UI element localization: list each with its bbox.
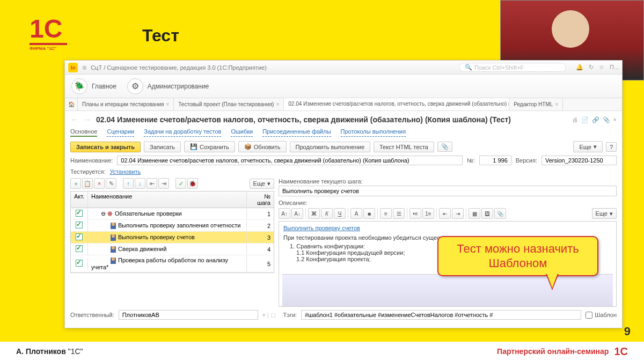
table-row[interactable]: Проверка работы обработок по анализу уче… [71, 255, 274, 272]
delete-icon[interactable]: × [94, 178, 105, 189]
copy-icon[interactable]: 📋 [82, 178, 93, 189]
author-company: "1С" [68, 347, 83, 356]
continue-button[interactable]: Продолжить выполнение [290, 142, 370, 152]
col-active: Акт. [71, 191, 88, 208]
more-button[interactable]: Еще ▾ [592, 208, 617, 219]
list-bullet-icon[interactable]: •≡ [409, 208, 421, 219]
close-icon[interactable]: × [276, 101, 279, 107]
move-down-icon[interactable]: ↓ [135, 178, 145, 189]
underline-icon[interactable]: Ч [334, 208, 346, 219]
tab-project[interactable]: Тестовый проект (План тестирования)× [174, 98, 284, 110]
nav-admin[interactable]: ⚙ Администрирование [127, 78, 209, 94]
close-icon[interactable]: × [613, 116, 617, 123]
image-icon[interactable]: 🖼 [481, 208, 493, 219]
refresh-button[interactable]: 📦Обновить [238, 141, 287, 152]
version-input[interactable] [541, 156, 617, 165]
nav-fwd-icon[interactable]: → [83, 115, 91, 124]
bell-icon[interactable]: 🔔 [576, 64, 583, 71]
edit-icon[interactable]: ✎ [106, 178, 116, 189]
page-number: 9 [624, 325, 631, 338]
rte-link[interactable]: Выполнить проверку счетов [283, 225, 360, 231]
clip-icon[interactable]: 📎 [603, 116, 610, 123]
tags-input[interactable] [301, 310, 581, 320]
checkbox-icon[interactable] [76, 245, 83, 252]
rte-toolbar: A↑ A↓ Ж К Ч A ■ ≡ ☰ •≡ 1≡ [279, 208, 617, 219]
col-name: Наименование [88, 191, 247, 208]
bg-color-icon[interactable]: ■ [363, 208, 375, 219]
star-icon[interactable]: ☆ [599, 64, 604, 71]
check-icon[interactable]: ✓ [175, 178, 186, 189]
slide-footer: А. Плотников "1С" Партнерский онлайн-сем… [0, 342, 644, 361]
help-button[interactable]: ? [606, 142, 617, 152]
checkbox-icon[interactable] [76, 233, 83, 240]
step-name-input[interactable] [279, 186, 617, 196]
align-left-icon[interactable]: ≡ [380, 208, 392, 219]
bug-icon: 🪲 [71, 78, 87, 94]
tab-test[interactable]: 02.04 Изменение счетов/расчетов налогов,… [284, 98, 509, 110]
slide-title: Тест [142, 26, 179, 46]
report-icon[interactable]: 📄 [581, 116, 589, 123]
save-button[interactable]: Записать [144, 142, 181, 152]
subnav-tasks[interactable]: Задачи на доработку тестов [144, 128, 221, 137]
move-up-icon[interactable]: ↑ [123, 178, 134, 189]
outdent-icon[interactable]: ⇤ [147, 178, 157, 189]
more-button[interactable]: Еще ▾ [250, 179, 274, 189]
subnav-files[interactable]: Присоединенные файлы [262, 128, 331, 137]
table-row[interactable]: Выполнить проверку счетов 3 [71, 232, 274, 244]
print-icon[interactable]: 🖨 [572, 116, 578, 123]
bold-icon[interactable]: Ж [308, 208, 320, 219]
italic-icon[interactable]: К [321, 208, 333, 219]
global-search[interactable]: 🔍 Поиск Ctrl+Shift+F [459, 63, 566, 72]
align-center-icon[interactable]: ☰ [393, 208, 405, 219]
checkbox-icon[interactable] [76, 260, 83, 267]
link-icon[interactable]: 🔗 [592, 116, 599, 123]
title-bar: 1c ≡ СцТ / Сценарное тестирование, редак… [65, 61, 622, 75]
tested-link[interactable]: Установить [109, 168, 141, 175]
font-inc-icon[interactable]: A↑ [279, 208, 290, 219]
close-icon[interactable]: × [166, 101, 169, 107]
font-dec-icon[interactable]: A↓ [291, 208, 303, 219]
clip-icon[interactable]: 📎 [494, 208, 506, 219]
tab-html-editor[interactable]: Редактор HTML× [509, 98, 563, 110]
nav-main[interactable]: 🪲 Главное [71, 78, 116, 94]
subnav-main[interactable]: Основное [70, 128, 97, 137]
slide-logo: 1C ФИРМА "1С" [30, 16, 78, 54]
number-input[interactable] [479, 156, 511, 165]
nav-back-icon[interactable]: ← [70, 115, 78, 124]
subnav-errors[interactable]: Ошибки [231, 128, 253, 137]
clip-button[interactable]: 📎 [437, 142, 452, 152]
hamburger-icon[interactable]: ≡ [82, 63, 86, 72]
outdent-icon[interactable]: ⇤ [439, 208, 451, 219]
store-button[interactable]: 💾Сохранить [184, 141, 235, 152]
tab-plans[interactable]: Планы и итерации тестирования× [78, 98, 174, 110]
indent-icon[interactable]: ⇥ [158, 178, 169, 189]
responsible-input[interactable] [119, 310, 258, 320]
nav-bar: 🪲 Главное ⚙ Администрирование [65, 75, 622, 98]
subnav-protocols[interactable]: Протоколы выполнения [341, 128, 406, 137]
table-row[interactable]: ⊖ ⬣Обязательные проверки 1 [71, 208, 274, 220]
history-icon[interactable]: ↻ [589, 64, 594, 71]
app-title: СцТ / Сценарное тестирование, редакция 3… [91, 64, 267, 71]
more-icon[interactable]: П... [610, 64, 619, 71]
checkbox-icon[interactable] [76, 210, 83, 217]
name-input[interactable] [117, 156, 463, 165]
search-icon: 🔍 [465, 64, 472, 71]
table-row[interactable]: Сверка движений 4 [71, 244, 274, 255]
list-num-icon[interactable]: 1≡ [422, 208, 434, 219]
folder-icon: ⬣ [107, 210, 113, 217]
home-tab[interactable]: 🏠 [65, 98, 78, 110]
close-icon[interactable]: × [555, 101, 558, 107]
subnav-scenarios[interactable]: Сценарии [107, 128, 134, 137]
table-row[interactable]: Выполнить проверку заполнения отчетности… [71, 220, 274, 232]
bug-icon[interactable]: 🐞 [187, 178, 198, 189]
template-checkbox[interactable]: Шаблон [586, 312, 617, 319]
checkbox-icon[interactable] [586, 312, 592, 319]
table-icon[interactable]: ▦ [469, 208, 480, 219]
indent-icon[interactable]: ⇥ [452, 208, 464, 219]
more-button[interactable]: Еще ▾ [573, 141, 602, 152]
checkbox-icon[interactable] [76, 222, 83, 229]
text-color-icon[interactable]: A [350, 208, 362, 219]
save-close-button[interactable]: Записать и закрыть [70, 142, 141, 152]
html-text-button[interactable]: Текст HTML теста [374, 142, 434, 152]
add-icon[interactable]: ＋ [70, 178, 81, 189]
